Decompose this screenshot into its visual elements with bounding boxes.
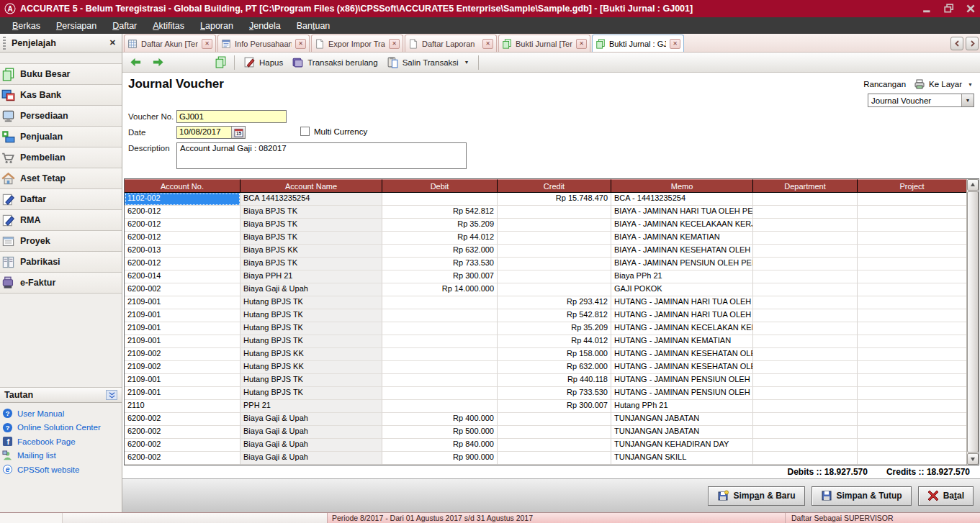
grid-cell[interactable]: Rp 158.000 — [498, 348, 611, 361]
grid-cell[interactable]: BIAYA - JAMINAN HARI TUA OLEH PER — [611, 206, 753, 219]
grid-cell[interactable] — [498, 413, 611, 426]
batal-button[interactable]: Batal — [918, 486, 974, 506]
close-button[interactable] — [966, 4, 976, 14]
grid-cell[interactable] — [498, 452, 611, 465]
copy-journal-button[interactable] — [212, 55, 230, 70]
grid-cell[interactable]: Rp 542.812 — [382, 206, 498, 219]
grid-cell[interactable] — [382, 335, 498, 348]
grid-cell[interactable]: 6200-002 — [125, 426, 240, 439]
grid-cell[interactable] — [498, 439, 611, 452]
grid-cell[interactable]: 2109-001 — [125, 335, 240, 348]
hapus-button[interactable]: Hapus — [239, 55, 287, 70]
sidebar-item-pembelian[interactable]: Pembelian — [0, 147, 122, 168]
rancangan-label[interactable]: Rancangan — [863, 80, 906, 88]
sidebar-item-aset-tetap[interactable]: Aset Tetap — [0, 168, 122, 189]
grid-cell[interactable]: 6200-002 — [125, 439, 240, 452]
tab-expor-impor-transaksi[interactable]: Expor Impor Transaksi...✕ — [311, 35, 403, 52]
sidebar-item-rma[interactable]: RMA — [0, 210, 122, 231]
grid-cell[interactable] — [498, 270, 611, 283]
grid-cell[interactable]: 6200-012 — [125, 232, 240, 245]
print-caret-icon[interactable]: ▼ — [968, 82, 973, 87]
grid-cell[interactable]: Rp 900.000 — [382, 452, 498, 465]
grid-cell[interactable]: 2110 — [125, 400, 240, 413]
calendar-button[interactable]: 15 — [231, 127, 245, 138]
tautan-header[interactable]: Tautan — [0, 387, 122, 403]
grid-cell[interactable]: 6200-002 — [125, 452, 240, 465]
forward-button[interactable] — [149, 55, 167, 70]
grid-cell[interactable]: BIAYA - JAMINAN KEMATIAN — [611, 232, 753, 245]
sidebar-close-icon[interactable]: ✕ — [109, 38, 116, 47]
grid-cell[interactable]: 6200-012 — [125, 206, 240, 219]
grid-cell[interactable]: TUNJANGAN JABATAN — [611, 426, 753, 439]
menu-laporan[interactable]: Laporan — [194, 19, 240, 32]
column-header-debit[interactable]: Debit — [382, 179, 498, 192]
column-header-memo[interactable]: Memo — [611, 179, 753, 192]
grid-cell[interactable] — [753, 296, 858, 309]
grid-cell[interactable] — [498, 426, 611, 439]
grid-cell[interactable]: Biaya BPJS TK — [240, 232, 382, 245]
grid-cell[interactable] — [753, 413, 858, 426]
menu-berkas[interactable]: Berkas — [6, 19, 47, 32]
multi-currency-checkbox[interactable] — [300, 127, 310, 136]
grid-cell[interactable]: Rp 440.118 — [498, 374, 611, 387]
grid-cell[interactable]: Hutang PPh 21 — [611, 400, 753, 413]
grid-cell[interactable] — [858, 374, 966, 387]
grid-cell[interactable] — [382, 374, 498, 387]
grid-cell[interactable] — [498, 219, 611, 232]
grid-cell[interactable] — [858, 283, 966, 296]
grid-cell[interactable]: HUTANG - JAMINAN KECELAKAN KER. — [611, 322, 753, 335]
grid-cell[interactable] — [382, 296, 498, 309]
grid-cell[interactable]: 2109-001 — [125, 322, 240, 335]
grid-cell[interactable]: Rp 35.209 — [382, 219, 498, 232]
grid-cell[interactable] — [753, 270, 858, 283]
grid-cell[interactable] — [753, 348, 858, 361]
grid-cell[interactable] — [858, 322, 966, 335]
scroll-up-icon[interactable] — [967, 179, 979, 191]
grid-cell[interactable]: Rp 44.012 — [382, 232, 498, 245]
grid-cell[interactable]: 2109-001 — [125, 309, 240, 322]
grid-cell[interactable] — [382, 387, 498, 400]
grid-cell[interactable] — [498, 258, 611, 270]
grid-cell[interactable]: Rp 542.812 — [498, 309, 611, 322]
grid-cell[interactable]: Rp 15.748.470 — [498, 193, 611, 206]
link-cpssoft-website[interactable]: eCPSSoft website — [2, 463, 122, 477]
tab-daftar-akun-terfilter[interactable]: Daftar Akun [Terfilter]✕ — [124, 35, 216, 52]
grid-cell[interactable] — [753, 374, 858, 387]
sidebar-item-kas-bank[interactable]: Kas Bank — [0, 85, 122, 106]
grid-cell[interactable] — [753, 232, 858, 245]
grid-cell[interactable]: Biaya Gaji & Upah — [240, 452, 382, 465]
grid-cell[interactable] — [858, 206, 966, 219]
link-mailing-list[interactable]: Mailing list — [2, 449, 122, 463]
column-header-account-no[interactable]: Account No. — [125, 179, 240, 192]
column-header-credit[interactable]: Credit — [498, 179, 611, 192]
grid-cell[interactable]: Rp 500.000 — [382, 426, 498, 439]
link-facebook-page[interactable]: fFacebook Page — [2, 435, 122, 449]
tab-info-perusahaan[interactable]: Info Perusahaan✕ — [217, 35, 310, 52]
grid-cell[interactable] — [858, 426, 966, 439]
grid-cell[interactable]: HUTANG - JAMINAN KEMATIAN — [611, 335, 753, 348]
grid-cell[interactable]: Hutang BPJS TK — [240, 322, 382, 335]
grid-cell[interactable] — [382, 348, 498, 361]
back-button[interactable] — [127, 55, 145, 70]
grid-cell[interactable]: Hutang BPJS TK — [240, 296, 382, 309]
tab-daftar-laporan[interactable]: Daftar Laporan✕ — [405, 35, 497, 52]
grid-cell[interactable] — [753, 219, 858, 232]
grid-cell[interactable] — [858, 348, 966, 361]
grid-cell[interactable]: TUNJANGAN SKILL — [611, 452, 753, 465]
grid-cell[interactable] — [382, 361, 498, 374]
transaksi-berulang-button[interactable]: Transaksi berulang — [287, 55, 382, 70]
restore-button[interactable] — [944, 4, 954, 14]
grid-cell[interactable]: Hutang BPJS KK — [240, 361, 382, 374]
grid-cell[interactable] — [498, 232, 611, 245]
grid-cell[interactable]: Rp 293.412 — [498, 296, 611, 309]
grid-cell[interactable]: Biaya PPH 21 — [240, 270, 382, 283]
grid-cell[interactable] — [498, 206, 611, 219]
grid-cell[interactable]: Rp 14.000.000 — [382, 283, 498, 296]
grid-cell[interactable]: TUNJANGAN JABATAN — [611, 413, 753, 426]
grid-cell[interactable]: Rp 840.000 — [382, 439, 498, 452]
grid-cell[interactable] — [753, 335, 858, 348]
link-online-solution-center[interactable]: ?Online Solution Center — [2, 421, 122, 435]
grid-cell[interactable]: BCA 14413235254 — [240, 193, 382, 206]
salin-transaksi-button[interactable]: Salin Transaksi ▼ — [382, 55, 474, 70]
grid-cell[interactable]: BIAYA - JAMINAN KECELAKAAN KERJA — [611, 219, 753, 232]
